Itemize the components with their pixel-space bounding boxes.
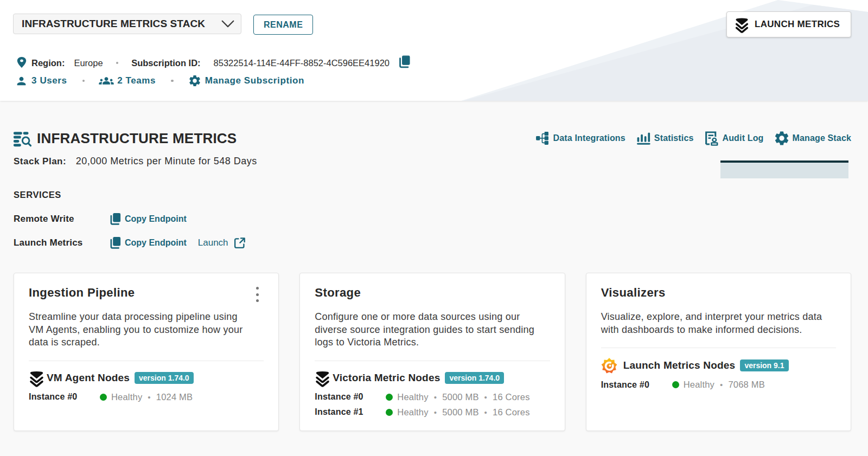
statistics-icon xyxy=(637,132,650,145)
instance-memory: 1024 MB xyxy=(156,392,193,402)
instances-list: Instance #0 Healthy • 5000 MB • 16 Cores… xyxy=(315,392,550,418)
gear-icon xyxy=(189,75,201,87)
teams-link[interactable]: 2 Teams xyxy=(100,74,156,87)
manage-search-icon xyxy=(14,130,32,149)
instance-status: Healthy xyxy=(397,407,428,418)
stack-plan-label: Stack Plan: xyxy=(14,156,66,166)
manage-subscription-link[interactable]: Manage Subscription xyxy=(189,75,304,87)
card-description: Visualize, explore, and interpret your m… xyxy=(601,311,825,336)
teams-icon xyxy=(100,74,113,87)
copy-endpoint-label: Copy Endpoint xyxy=(125,214,187,224)
header-actions-row: INFRASTRUCTURE METRICS STACK RENAME LAUN… xyxy=(13,14,851,37)
instances-list: Instance #0 Healthy • 1024 MB xyxy=(29,392,264,402)
chevron-down-icon xyxy=(221,17,235,31)
card-visualizers: Visualizers Visualize, explore, and inte… xyxy=(586,273,851,431)
card-title: Ingestion Pipeline xyxy=(29,286,264,300)
instance-row: Instance #0 Healthy • 5000 MB • 16 Cores xyxy=(315,392,550,402)
title-row: INFRASTRUCTURE METRICS Data Integrations… xyxy=(14,128,851,149)
dot-separator xyxy=(116,62,119,65)
nav-statistics[interactable]: Statistics xyxy=(637,132,694,145)
instance-memory: 7068 MB xyxy=(728,380,764,390)
header-meta-row: Region: Europe Subscription ID: 85322514… xyxy=(16,56,851,69)
node-name: Victoria Metric Nodes xyxy=(333,372,440,384)
instances-list: Instance #0 Healthy • 7068 MB xyxy=(601,380,836,390)
location-pin-icon xyxy=(16,56,28,68)
manage-stack-highlight xyxy=(720,160,848,178)
subscription-id-value: 85322514-114E-44FF-8852-4C596EE41920 xyxy=(214,58,390,68)
users-link[interactable]: 3 Users xyxy=(16,75,67,87)
victoria-metrics-logo-icon xyxy=(29,370,45,386)
nav-label: Data Integrations xyxy=(553,133,626,143)
instance-label: Instance #0 xyxy=(601,380,672,390)
instance-memory: 5000 MB xyxy=(442,392,478,402)
instance-label: Instance #0 xyxy=(29,392,100,402)
stack-selector-dropdown[interactable]: INFRASTRUCTURE METRICS STACK xyxy=(13,14,241,34)
nav-data-integrations[interactable]: Data Integrations xyxy=(537,132,626,145)
stack-selector-value: INFRASTRUCTURE METRICS STACK xyxy=(22,18,221,30)
audit-log-icon xyxy=(705,132,718,145)
instance-cores: 16 Cores xyxy=(493,392,530,402)
subscription-id-label: Subscription ID: xyxy=(131,58,200,68)
user-icon xyxy=(16,75,27,87)
kebab-menu-icon[interactable] xyxy=(252,286,263,303)
bullet: • xyxy=(484,408,487,417)
card-title: Visualizers xyxy=(601,286,836,300)
healthy-status-dot xyxy=(386,409,393,416)
launch-metrics-button[interactable]: LAUNCH METRICS xyxy=(726,11,851,37)
nav-label: Manage Stack xyxy=(792,133,851,143)
header-inner: INFRASTRUCTURE METRICS STACK RENAME LAUN… xyxy=(0,0,868,87)
bullet: • xyxy=(484,393,487,402)
users-label: 3 Users xyxy=(31,75,67,86)
rename-button[interactable]: RENAME xyxy=(253,15,313,35)
card-divider xyxy=(29,361,264,361)
launch-link-label: Launch xyxy=(198,237,228,248)
node-name: Launch Metrics Nodes xyxy=(623,359,736,371)
instance-row: Instance #0 Healthy • 7068 MB xyxy=(601,380,836,390)
instance-cores: 16 Cores xyxy=(493,407,530,418)
services-title: SERVICES xyxy=(14,190,851,200)
copy-endpoint-remote-write[interactable]: Copy Endpoint xyxy=(109,213,187,226)
version-badge: version 1.74.0 xyxy=(445,372,504,384)
page-title: INFRASTRUCTURE METRICS xyxy=(37,130,237,147)
card-ingestion-pipeline: Ingestion Pipeline Streamline your data … xyxy=(14,273,279,431)
copy-subscription-id-icon[interactable] xyxy=(398,55,411,68)
version-badge: version 9.1 xyxy=(740,359,788,371)
data-integrations-icon xyxy=(537,132,550,145)
copy-endpoint-launch-metrics[interactable]: Copy Endpoint xyxy=(109,236,187,249)
instance-status: Healthy xyxy=(684,380,714,390)
header-links-row: 3 Users 2 Teams Manage Subscription xyxy=(16,74,851,87)
page-header: INFRASTRUCTURE METRICS STACK RENAME LAUN… xyxy=(0,0,868,101)
top-nav: Data Integrations Statistics Audit Log M… xyxy=(537,132,851,145)
victoria-metrics-logo-icon xyxy=(315,370,331,386)
instance-label: Instance #0 xyxy=(315,392,386,402)
instance-label: Instance #1 xyxy=(315,407,386,417)
dot-separator xyxy=(82,80,85,82)
bullet: • xyxy=(434,408,437,417)
gear-icon xyxy=(775,132,788,145)
bullet: • xyxy=(434,393,437,402)
grafana-logo-icon xyxy=(601,357,617,374)
nav-label: Audit Log xyxy=(722,133,763,143)
card-divider xyxy=(601,348,836,348)
instance-row: Instance #0 Healthy • 1024 MB xyxy=(29,392,264,402)
healthy-status-dot xyxy=(672,381,679,388)
healthy-status-dot xyxy=(386,394,393,401)
service-row-remote-write: Remote Write Copy Endpoint xyxy=(14,207,851,231)
nav-audit-log[interactable]: Audit Log xyxy=(705,132,763,145)
instance-status: Healthy xyxy=(397,392,428,402)
bullet: • xyxy=(720,380,723,389)
stack-plan-value: 20,000 Metrics per Minute for 548 Days xyxy=(76,156,257,166)
cards-row: Ingestion Pipeline Streamline your data … xyxy=(14,273,851,431)
bullet: • xyxy=(148,393,150,402)
victoria-metrics-logo-icon xyxy=(735,17,749,32)
service-name: Launch Metrics xyxy=(14,237,109,248)
card-description: Configure one or more data sources using… xyxy=(315,311,539,349)
node-name: VM Agent Nodes xyxy=(47,372,130,384)
launch-link[interactable]: Launch xyxy=(198,237,246,249)
copy-endpoint-label: Copy Endpoint xyxy=(125,238,187,248)
card-storage: Storage Configure one or more data sourc… xyxy=(299,273,565,431)
instance-status: Healthy xyxy=(111,392,142,402)
service-row-launch-metrics: Launch Metrics Copy Endpoint Launch xyxy=(14,231,851,255)
nav-manage-stack[interactable]: Manage Stack xyxy=(775,132,851,145)
card-description: Streamline your data processing pipeline… xyxy=(29,311,253,349)
